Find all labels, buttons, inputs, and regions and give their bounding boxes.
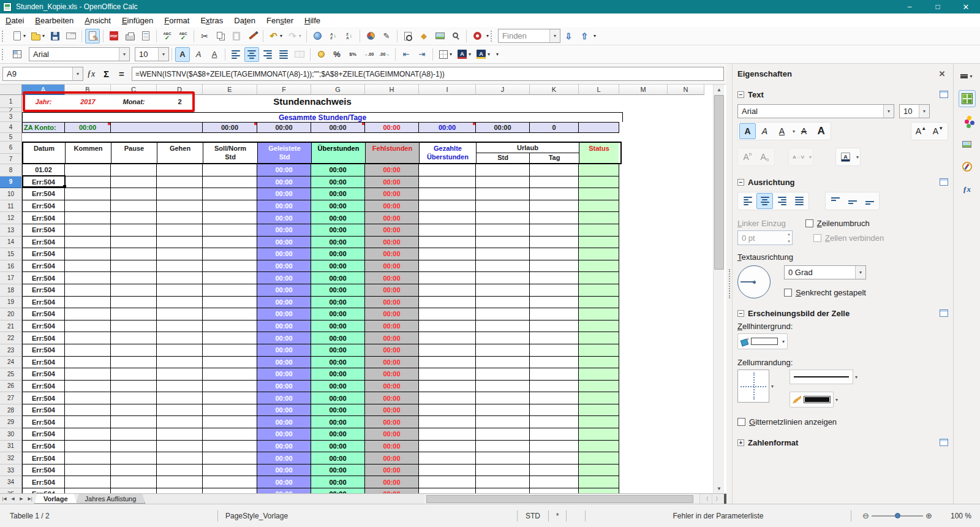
cell-pause[interactable] — [111, 164, 157, 176]
copy-button[interactable] — [213, 29, 228, 44]
cell-gezahlte[interactable] — [419, 368, 476, 381]
column-header-d[interactable]: D — [157, 85, 203, 95]
cell-urlaub-tag[interactable] — [530, 404, 579, 417]
cell-urlaub-tag[interactable] — [530, 464, 579, 477]
cell-ueberstunden[interactable]: 00:00 — [311, 188, 365, 200]
selection-mode[interactable]: STD — [518, 512, 548, 520]
cell-urlaub-std[interactable] — [476, 332, 530, 344]
cell-urlaub-std[interactable] — [476, 404, 530, 417]
cell-soll[interactable] — [203, 200, 257, 213]
row-header[interactable]: 22 — [0, 332, 22, 344]
italic-button[interactable]: A — [191, 47, 206, 62]
cell-gehen[interactable] — [157, 200, 203, 213]
find-replace-button[interactable] — [401, 29, 415, 44]
cell-ueberstunden[interactable]: 00:00 — [311, 308, 365, 320]
auto-spellcheck-button[interactable]: ABC — [176, 29, 190, 44]
sum-geleistete[interactable]: 00:00 — [257, 122, 311, 133]
cell-status[interactable] — [579, 260, 619, 273]
cell-datum[interactable]: Err:504 — [22, 320, 65, 333]
cell-kommen[interactable] — [65, 332, 111, 344]
cell-gezahlte[interactable] — [419, 200, 476, 213]
undo-button[interactable] — [266, 29, 284, 44]
sidebar-bold-button[interactable]: A — [739, 123, 756, 139]
cell-gehen[interactable] — [157, 237, 203, 249]
delete-decimal-button[interactable]: .00→ — [377, 47, 392, 62]
cell-pause[interactable] — [111, 392, 157, 404]
menu-format[interactable]: Format — [159, 15, 195, 26]
show-gridlines-checkbox[interactable] — [737, 418, 745, 426]
column-header-a[interactable]: A — [22, 85, 65, 95]
save-button[interactable] — [48, 29, 62, 44]
column-header-h[interactable]: H — [365, 85, 419, 95]
sidebar-font-name-combobox[interactable]: Arial — [737, 104, 894, 118]
cell-fehlstunden[interactable]: 00:00 — [365, 392, 419, 404]
row-header[interactable]: 31 — [0, 441, 22, 453]
name-box[interactable]: A9 — [2, 67, 83, 81]
cell-pause[interactable] — [111, 464, 157, 477]
header-status[interactable]: Status — [579, 143, 619, 163]
cell-urlaub-std[interactable] — [476, 164, 530, 176]
cell-fehlstunden[interactable]: 00:00 — [365, 248, 419, 260]
text-dialog-launcher-icon[interactable] — [940, 91, 948, 98]
font-size-combobox[interactable]: 10 — [135, 47, 169, 61]
cell-geleistete[interactable]: 00:00 — [257, 428, 311, 441]
cell-gehen[interactable] — [157, 176, 203, 189]
cell-soll[interactable] — [203, 164, 257, 176]
cell-geleistete[interactable]: 00:00 — [257, 392, 311, 404]
cell-status[interactable] — [579, 224, 619, 237]
cell-geleistete[interactable]: 00:00 — [257, 441, 311, 453]
cell-urlaub-tag[interactable] — [530, 416, 579, 428]
cell-status[interactable] — [579, 344, 619, 357]
cell-datum[interactable]: Err:504 — [22, 381, 65, 393]
cell-datum[interactable]: Err:504 — [22, 272, 65, 284]
cell-datum[interactable]: Err:504 — [22, 237, 65, 249]
print-button[interactable] — [123, 29, 137, 44]
sheet-tab-jahres-auflistung[interactable]: Jahres Auflistung — [76, 494, 146, 504]
row-header[interactable]: 24 — [0, 357, 22, 369]
cell-urlaub-tag[interactable] — [530, 188, 579, 200]
cell-status[interactable] — [579, 320, 619, 333]
tab-functions[interactable]: ƒx — [959, 181, 976, 198]
cell-gehen[interactable] — [157, 392, 203, 404]
cell-kommen[interactable] — [65, 381, 111, 393]
cell-kommen[interactable] — [65, 404, 111, 417]
cell-fehlstunden[interactable]: 00:00 — [365, 488, 419, 493]
zoom-in-icon[interactable]: ⊕ — [925, 511, 932, 520]
header-urlaub-std[interactable]: Std — [477, 153, 530, 163]
row-header[interactable]: 1 — [0, 95, 22, 108]
cell-geleistete[interactable]: 00:00 — [257, 237, 311, 249]
cell-urlaub-std[interactable] — [476, 176, 530, 189]
row-header[interactable]: 5 — [0, 133, 22, 142]
cell-gehen[interactable] — [157, 248, 203, 260]
cell-fehlstunden[interactable]: 00:00 — [365, 308, 419, 320]
cell-datum[interactable]: Err:504 — [22, 392, 65, 404]
new-document-button[interactable] — [10, 29, 28, 44]
cell-status[interactable] — [579, 476, 619, 488]
za-konto-value[interactable]: 00:00 — [65, 122, 111, 133]
vertical-scrollbar-thumb[interactable] — [714, 95, 724, 270]
select-all-corner[interactable] — [0, 85, 22, 95]
cell-urlaub-tag[interactable] — [530, 452, 579, 464]
cell-kommen[interactable] — [65, 344, 111, 357]
cell-geleistete[interactable]: 00:00 — [257, 212, 311, 224]
cell-fehlstunden[interactable]: 00:00 — [365, 441, 419, 453]
cell-urlaub-tag[interactable] — [530, 297, 579, 309]
cell-fehlstunden[interactable]: 00:00 — [365, 416, 419, 428]
row-header[interactable]: 27 — [0, 392, 22, 404]
cell-urlaub-tag[interactable] — [530, 392, 579, 404]
cell-datum[interactable]: Err:504 — [22, 188, 65, 200]
cell-fehlstunden[interactable]: 00:00 — [365, 344, 419, 357]
sidebar-splitter[interactable] — [726, 64, 733, 504]
cell-kommen[interactable] — [65, 476, 111, 488]
cell-datum[interactable]: Err:504 — [22, 248, 65, 260]
align-vcenter-button[interactable] — [844, 193, 861, 209]
cell-gezahlte[interactable] — [419, 272, 476, 284]
cell-gezahlte[interactable] — [419, 224, 476, 237]
cell-pause[interactable] — [111, 428, 157, 441]
find-input[interactable]: Finden — [498, 29, 560, 43]
cell-geleistete[interactable]: 00:00 — [257, 404, 311, 417]
cell-gezahlte[interactable] — [419, 381, 476, 393]
alignment-dialog-launcher-icon[interactable] — [940, 178, 948, 186]
cell-gezahlte[interactable] — [419, 308, 476, 320]
cell-geleistete[interactable]: 00:00 — [257, 488, 311, 493]
